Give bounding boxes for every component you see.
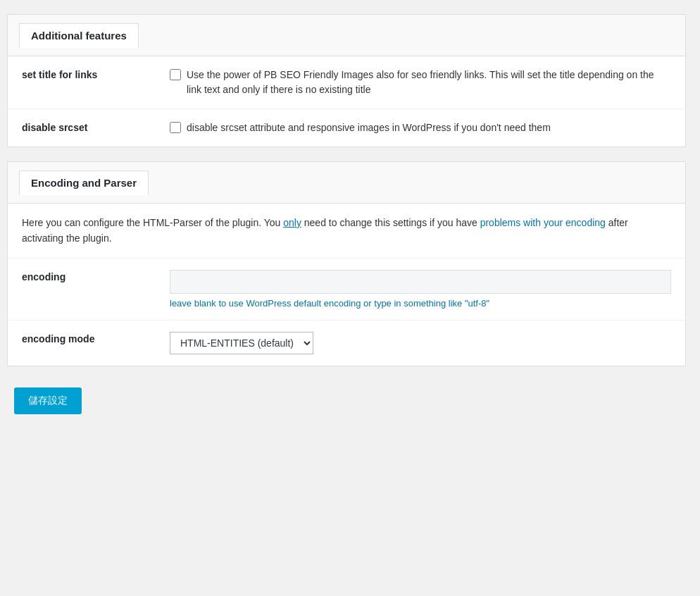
save-button[interactable]: 儲存設定 <box>14 387 82 414</box>
encoding-mode-row: encoding mode HTML-ENTITIES (default)UTF… <box>8 320 685 366</box>
additional-features-header: Additional features <box>8 15 685 56</box>
encoding-row: encoding leave blank to use WordPress de… <box>8 259 685 321</box>
encoding-table: encoding leave blank to use WordPress de… <box>8 259 685 366</box>
set-title-checkbox[interactable] <box>170 69 181 80</box>
encoding-mode-control: HTML-ENTITIES (default)UTF-8ISO-8859-1 <box>163 320 685 366</box>
set-title-label: set title for links <box>8 56 163 109</box>
encoding-parser-section: Encoding and Parser Here you can configu… <box>7 161 686 366</box>
additional-features-section: Additional features set title for links … <box>7 14 686 147</box>
encoding-input[interactable] <box>170 270 671 294</box>
encoding-intro: Here you can configure the HTML-Parser o… <box>8 204 685 259</box>
intro-text-before: Here you can configure the HTML-Parser o… <box>22 217 283 228</box>
intro-problems-link[interactable]: problems with your encoding <box>480 217 606 228</box>
encoding-parser-title: Encoding and Parser <box>19 170 149 195</box>
additional-features-table: set title for links Use the power of PB … <box>8 56 685 147</box>
disable-srcset-control: disable srcset attribute and responsive … <box>163 109 685 147</box>
disable-srcset-description: disable srcset attribute and responsive … <box>187 120 551 135</box>
set-title-for-links-row: set title for links Use the power of PB … <box>8 56 685 109</box>
encoding-label: encoding <box>8 259 163 321</box>
set-title-description: Use the power of PB SEO Friendly Images … <box>187 68 671 97</box>
encoding-mode-label: encoding mode <box>8 320 163 366</box>
disable-srcset-checkbox[interactable] <box>170 122 181 133</box>
set-title-checkbox-row: Use the power of PB SEO Friendly Images … <box>170 68 671 97</box>
intro-text-after: need to change this settings if you have <box>301 217 480 228</box>
set-title-control: Use the power of PB SEO Friendly Images … <box>163 56 685 109</box>
disable-srcset-row: disable srcset disable srcset attribute … <box>8 109 685 147</box>
disable-srcset-checkbox-row: disable srcset attribute and responsive … <box>170 120 671 135</box>
save-section: 儲存設定 <box>7 380 686 428</box>
disable-srcset-label: disable srcset <box>8 109 163 147</box>
additional-features-title: Additional features <box>19 23 139 48</box>
intro-only-link[interactable]: only <box>283 217 301 228</box>
encoding-mode-select[interactable]: HTML-ENTITIES (default)UTF-8ISO-8859-1 <box>170 332 313 354</box>
encoding-hint: leave blank to use WordPress default enc… <box>170 298 671 309</box>
encoding-control: leave blank to use WordPress default enc… <box>163 259 685 321</box>
encoding-parser-header: Encoding and Parser <box>8 162 685 204</box>
